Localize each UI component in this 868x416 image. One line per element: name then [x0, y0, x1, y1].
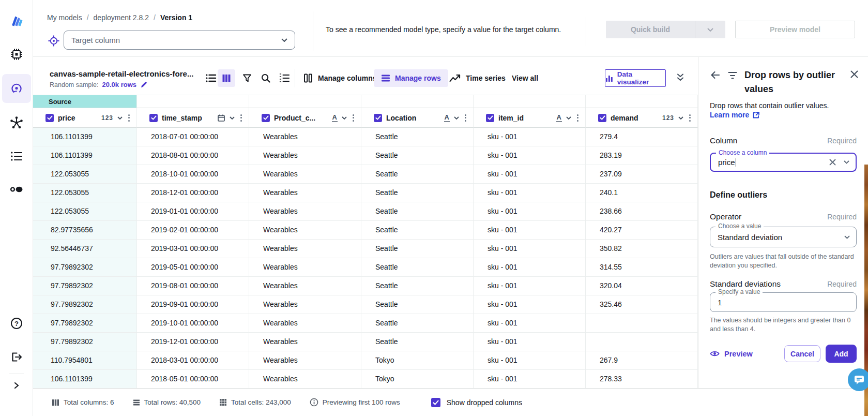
- show-dropped-columns[interactable]: Show dropped columns: [431, 398, 522, 407]
- table-cell: Seattle: [361, 165, 474, 184]
- double-chevron-down-icon[interactable]: [676, 73, 684, 82]
- edit-pencil-icon[interactable]: [140, 81, 148, 88]
- preview-button[interactable]: Preview: [710, 350, 753, 358]
- chat-bubble-button[interactable]: [848, 368, 868, 391]
- column-checkbox[interactable]: [149, 114, 158, 122]
- column-menu-icon[interactable]: [688, 112, 692, 124]
- learn-more-link[interactable]: Learn more: [710, 111, 760, 119]
- chevron-down-icon[interactable]: [230, 116, 235, 120]
- clear-x-icon[interactable]: [829, 159, 836, 166]
- filter-funnel-icon[interactable]: [241, 72, 253, 84]
- breadcrumb-deployment[interactable]: deployment 2.8.2: [94, 13, 149, 22]
- info-icon[interactable]: [310, 398, 318, 407]
- chevron-down-icon[interactable]: [844, 235, 850, 239]
- time-series-button[interactable]: Time series: [449, 69, 506, 87]
- column-menu-icon[interactable]: [239, 112, 243, 124]
- std-value-input[interactable]: Specify a value 1: [710, 292, 857, 312]
- table-cell: 2018-08-01 00:00:00: [137, 146, 249, 165]
- help-icon[interactable]: ?: [10, 317, 23, 330]
- table-cell: sku - 001: [474, 184, 586, 202]
- expand-sidebar-chevron-icon[interactable]: [12, 381, 21, 390]
- chevron-down-icon[interactable]: [454, 116, 459, 120]
- search-icon[interactable]: [260, 72, 272, 84]
- table-cell: 240.1: [586, 184, 698, 202]
- svg-text:?: ?: [14, 320, 19, 328]
- breadcrumb-my-models[interactable]: My models: [47, 13, 82, 22]
- table-cell: 325.46: [586, 295, 698, 314]
- table-cell: 238.66: [586, 202, 698, 221]
- operator-help-text: Outliers are values that fall outside of…: [710, 252, 859, 270]
- table-cell: 2018-03-01 00:00:00: [137, 351, 249, 370]
- show-dropped-checkbox[interactable]: [431, 398, 440, 407]
- close-icon[interactable]: [850, 70, 859, 79]
- sidebar-divider: [9, 374, 24, 374]
- column-checkbox[interactable]: [374, 114, 382, 122]
- back-arrow-icon[interactable]: [710, 70, 721, 80]
- column-checkbox[interactable]: [262, 114, 270, 122]
- column-menu-icon[interactable]: [127, 112, 131, 124]
- column-menu-icon[interactable]: [351, 112, 356, 124]
- column-header-time-stamp: time_stamp: [137, 108, 249, 128]
- external-link-icon: [752, 111, 760, 119]
- manage-columns-button[interactable]: Manage columns: [303, 69, 377, 87]
- table-cell: 2019-01-01 00:00:00: [137, 202, 249, 221]
- table-cell: 2019-02-01 00:00:00: [137, 221, 249, 240]
- table-cell: Seattle: [361, 240, 474, 258]
- top-header: My models / deployment 2.8.2 / Version 1…: [33, 0, 868, 57]
- chat-icon: [853, 374, 865, 386]
- table-cell: Tokyo: [361, 370, 474, 389]
- table-cell: 106.1101399: [33, 146, 137, 165]
- quick-build-caret[interactable]: [695, 21, 725, 38]
- table-row: 97.798923022019-12-01 00:00:00WearablesS…: [33, 333, 698, 351]
- std-value: 1: [718, 298, 850, 307]
- panel-title: Drop rows by outlier values: [744, 68, 843, 96]
- datasets-nav-icon[interactable]: [9, 183, 24, 196]
- dataset-toolbar: canvas-sample-retail-electronics-fore...…: [33, 57, 698, 95]
- column-header-item-id: item_id A: [474, 108, 586, 128]
- column-menu-icon[interactable]: [463, 112, 468, 124]
- table-cell: 2018-10-01 00:00:00: [137, 165, 249, 184]
- text-type-icon: A: [444, 114, 450, 122]
- table-cell: Seattle: [361, 277, 474, 295]
- list-nav-icon[interactable]: [10, 150, 23, 162]
- manage-rows-button[interactable]: Manage rows: [374, 69, 448, 87]
- chevron-down-icon[interactable]: [678, 116, 683, 120]
- predictions-nav-icon[interactable]: [9, 82, 23, 96]
- table-row: 106.11013992018-08-01 00:00:00WearablesS…: [33, 146, 698, 165]
- table-cell: Wearables: [249, 314, 361, 333]
- view-all-button[interactable]: View all: [512, 69, 538, 87]
- chevron-down-icon[interactable]: [844, 160, 849, 164]
- table-cell: 2019-08-01 00:00:00: [137, 277, 249, 295]
- data-visualizer-button[interactable]: Data visualizer: [605, 69, 666, 87]
- chevron-down-icon[interactable]: [566, 116, 571, 120]
- column-checkbox[interactable]: [598, 114, 606, 122]
- column-checkbox[interactable]: [45, 114, 54, 122]
- add-button[interactable]: Add: [826, 345, 857, 363]
- sample-rows-link[interactable]: 20.0k rows: [102, 81, 137, 88]
- column-menu-icon[interactable]: [575, 112, 580, 124]
- cancel-button[interactable]: Cancel: [784, 345, 820, 362]
- column-checkbox[interactable]: [486, 114, 494, 122]
- table-cell: sku - 001: [474, 146, 586, 165]
- list-view-icon[interactable]: [205, 72, 217, 84]
- column-view-icon[interactable]: [218, 69, 235, 87]
- table-cell: 279.4: [586, 128, 698, 146]
- quick-build-button[interactable]: Quick build: [606, 21, 725, 38]
- processor-nav-icon[interactable]: [10, 48, 23, 61]
- filter-lines-icon: [727, 70, 738, 79]
- chevron-down-icon[interactable]: [117, 116, 123, 120]
- logout-icon[interactable]: [10, 350, 23, 364]
- chevron-down-icon[interactable]: [342, 116, 347, 120]
- operator-select[interactable]: Choose a value Standard deviation: [710, 227, 857, 247]
- table-cell: Wearables: [249, 165, 361, 184]
- table-row: 97.798923022019-05-01 00:00:00WearablesS…: [33, 258, 698, 277]
- choose-column-combobox[interactable]: Choose a column price: [710, 153, 857, 172]
- operator-value: Standard deviation: [718, 233, 844, 242]
- table-cell: 278.33: [586, 370, 698, 389]
- column-header-price: price 123: [33, 108, 137, 128]
- numbered-list-icon[interactable]: [278, 72, 291, 84]
- target-column-select[interactable]: Target column: [64, 31, 295, 50]
- connections-nav-icon[interactable]: [10, 116, 23, 129]
- table-cell: sku - 001: [474, 258, 586, 277]
- preview-model-button[interactable]: Preview model: [735, 21, 855, 38]
